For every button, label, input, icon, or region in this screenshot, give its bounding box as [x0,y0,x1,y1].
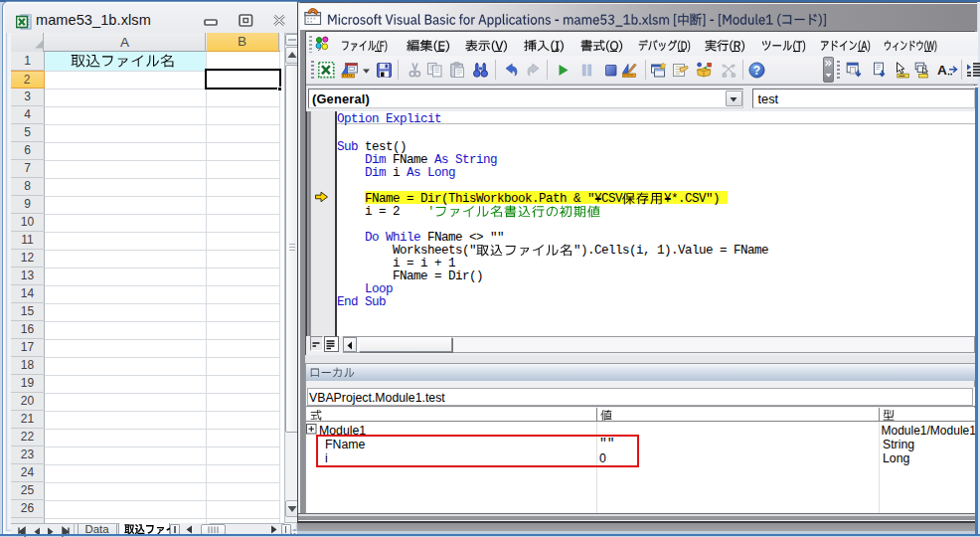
svg-text:?: ? [753,64,760,78]
svg-text:A: A [937,63,947,78]
